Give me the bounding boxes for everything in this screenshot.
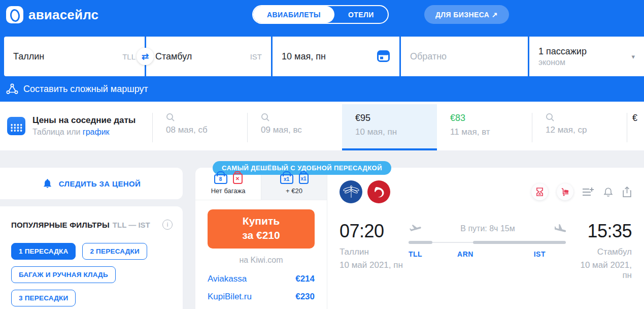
filters-title: ПОПУЛЯРНЫЕ ФИЛЬТРЫ: [11, 221, 110, 229]
airport-code-layover: ARN: [457, 250, 473, 258]
buy-column: 8 ✕ Нет багажа x1 x1 + €20 Купить: [195, 168, 327, 309]
aviasales-app: авиасейлс АВИАБИЛЕТЫ ОТЕЛИ ДЛЯ БИЗНЕСА ↗…: [0, 0, 644, 309]
agency-row: Aviakassa €214: [208, 274, 315, 284]
arrival-city: Стамбул: [575, 247, 632, 257]
search-icon: [261, 113, 270, 122]
no-suitcase-icon: ✕: [233, 173, 243, 184]
tab-hotels[interactable]: ОТЕЛИ: [334, 6, 388, 23]
agency-offers: Aviakassa €214 KupiBilet.ru €230 Tickets…: [208, 274, 315, 309]
brand-name: авиасейлс: [28, 7, 98, 23]
share-icon: [622, 187, 632, 198]
date-option-3-selected[interactable]: €95 10 мая, пн: [342, 104, 437, 150]
filters-route: TLL — IST: [113, 221, 150, 229]
swap-icon: ⇄: [142, 51, 149, 62]
hourglass-action-button[interactable]: [531, 183, 548, 200]
passengers-summary: 1 пассажир эконом: [538, 46, 587, 67]
subtitle-or: или: [66, 128, 80, 136]
track-price-button[interactable]: СЛЕДИТЬ ЗА ЦЕНОЙ: [0, 168, 183, 199]
aviasales-logo[interactable]: авиасейлс: [6, 6, 98, 23]
hourglass-icon: [536, 188, 544, 196]
passengers-field[interactable]: 1 пассажир эконом ▾: [529, 37, 644, 76]
agency-link[interactable]: Aviakassa: [208, 274, 247, 284]
suitcase-icon: x1: [299, 173, 309, 184]
complex-route-link[interactable]: Составить сложный маршрут: [0, 76, 644, 102]
date-option-price: €95: [355, 113, 437, 125]
destination-iata: IST: [250, 52, 262, 61]
agency-link[interactable]: KupiBilet.ru: [208, 292, 252, 302]
route-segment-1: [409, 241, 432, 244]
baggage-tab-label: + €20: [286, 187, 302, 195]
airline-logo-bird-icon: [367, 180, 390, 203]
calendar-icon: [377, 49, 390, 64]
search-form: Таллин TLL ⇄ Стамбул IST 10 мая, пн Обра…: [4, 37, 644, 76]
carriers-row: [340, 180, 632, 203]
complex-route-label: Составить сложный маршрут: [23, 84, 148, 95]
price-calendar-title: Цены на соседние даты: [32, 115, 135, 126]
route-icon: [6, 83, 18, 95]
date-option-1[interactable]: 08 мая, сб: [152, 113, 247, 142]
price-alert-button[interactable]: [603, 187, 614, 198]
airline-logo-dragonfly-icon: [340, 180, 362, 203]
handbag-icon: x1: [280, 174, 293, 184]
departure-date: 10 май 2021, пн: [340, 260, 403, 270]
chevron-down-icon: ▾: [631, 53, 635, 60]
agency-row: KupiBilet.ru €230: [208, 292, 315, 302]
agency-price[interactable]: €214: [295, 274, 315, 284]
filters-header: ПОПУЛЯРНЫЕ ФИЛЬТРЫ TLL — IST i: [11, 220, 173, 230]
price-calendar-texts: Цены на соседние даты Таблица или график: [32, 115, 135, 137]
return-placeholder: Обратно: [410, 51, 447, 62]
swap-cities-button[interactable]: ⇄: [137, 48, 154, 65]
mode-tabs: АВИАБИЛЕТЫ ОТЕЛИ: [252, 5, 389, 24]
ticket-actions: [531, 183, 632, 200]
share-button[interactable]: [622, 187, 632, 198]
header: авиасейлс АВИАБИЛЕТЫ ОТЕЛИ ДЛЯ БИЗНЕСА ↗…: [0, 0, 644, 102]
bell-outline-icon: [603, 187, 614, 198]
tab-flights[interactable]: АВИАБИЛЕТЫ: [253, 6, 334, 23]
return-date-field[interactable]: Обратно: [401, 37, 528, 76]
filter-chip-3-stops[interactable]: 3 ПЕРЕСАДКИ: [11, 290, 76, 306]
buy-button-line2: за €210: [208, 228, 315, 242]
date-option-clipped[interactable]: €: [627, 113, 644, 142]
route-middle: В пути: 8ч 15м TLL ARN IST: [409, 221, 566, 281]
main-content: СЛЕДИТЬ ЗА ЦЕНОЙ ПОПУЛЯРНЫЕ ФИЛЬТРЫ TLL …: [0, 150, 644, 309]
flight-summary[interactable]: 07:20 Таллин 10 май 2021, пн В пути: 8ч …: [340, 221, 632, 281]
route-progress-bar: [409, 241, 566, 244]
date-option-label: 10 мая, пн: [355, 127, 437, 137]
route-airport-codes: TLL ARN IST: [409, 250, 566, 260]
departure-block: 07:20 Таллин 10 май 2021, пн: [340, 221, 403, 281]
agency-price[interactable]: €230: [295, 292, 315, 302]
destination-city: Стамбул: [155, 51, 192, 62]
bell-icon: [42, 178, 53, 189]
filter-chip-2-stops[interactable]: 2 ПЕРЕСАДКИ: [82, 243, 147, 260]
departure-time: 07:20: [340, 221, 403, 242]
route-segment-2: [473, 241, 566, 244]
origin-city: Таллин: [13, 51, 44, 62]
luggage-cart-icon: [561, 188, 569, 196]
for-business-button[interactable]: ДЛЯ БИЗНЕСА ↗: [424, 5, 509, 24]
luggage-cart-action-button[interactable]: [557, 183, 573, 200]
plane-landing-icon: [554, 224, 566, 234]
navbar: авиасейлс АВИАБИЛЕТЫ ОТЕЛИ ДЛЯ БИЗНЕСА ↗: [0, 0, 644, 29]
filter-chip-1-stop[interactable]: 1 ПЕРЕСАДКА: [11, 243, 76, 260]
depart-date-field[interactable]: 10 мая, пн: [273, 37, 399, 76]
date-option-5[interactable]: 12 мая, ср: [532, 113, 627, 142]
filter-chips: 1 ПЕРЕСАДКА 2 ПЕРЕСАДКИ БАГАЖ И РУЧНАЯ К…: [11, 243, 173, 306]
price-calendar-header: Цены на соседние даты Таблица или график: [0, 102, 152, 150]
arrival-block: 15:35 Стамбул 10 май 2021, пн: [575, 221, 632, 281]
destination-field[interactable]: Стамбул IST: [146, 37, 271, 76]
date-option-2[interactable]: 09 мая, вс: [247, 113, 342, 142]
handbag-icon: 8: [214, 174, 227, 184]
chart-view-link[interactable]: график: [83, 128, 110, 136]
calendar-grid-icon: [7, 117, 25, 135]
origin-field[interactable]: Таллин TLL: [4, 37, 145, 76]
date-option-label: 12 мая, ср: [546, 125, 627, 135]
price-calendar: Цены на соседние даты Таблица или график…: [0, 102, 644, 150]
date-option-4[interactable]: €83 11 мая, вт: [437, 113, 532, 142]
arrival-date: 10 май 2021, пн: [575, 260, 632, 281]
filter-chip-baggage[interactable]: БАГАЖ И РУЧНАЯ КЛАДЬ: [11, 266, 116, 283]
buy-button[interactable]: Купить за €210: [208, 209, 315, 249]
add-to-list-button[interactable]: [582, 187, 594, 197]
info-icon[interactable]: i: [162, 220, 173, 230]
ticket-card: САМЫЙ ДЕШЁВЫЙ С УДОБНОЙ ПЕРЕСАДКОЙ 8 ✕ Н…: [195, 168, 644, 309]
departure-city: Таллин: [340, 247, 403, 257]
